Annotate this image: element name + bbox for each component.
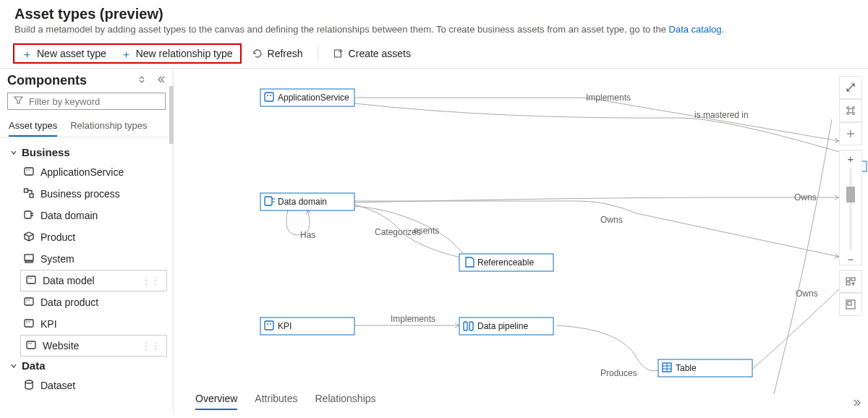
svg-rect-9 <box>25 255 33 260</box>
collapse-left-icon[interactable] <box>156 74 166 87</box>
sidebar-item-website[interactable]: Website⋮⋮ <box>20 335 167 357</box>
node-data-domain[interactable]: Data domain <box>260 193 354 210</box>
expand-panel-icon[interactable] <box>854 398 864 410</box>
node-kpi[interactable]: KPI <box>260 317 354 335</box>
svg-rect-55 <box>846 278 850 281</box>
svg-point-27 <box>270 95 271 96</box>
tab-relationships[interactable]: Relationships <box>315 388 376 410</box>
highlight-box: ＋ New asset type ＋ New relationship type <box>13 43 242 64</box>
svg-rect-59 <box>848 302 851 305</box>
refresh-icon <box>252 48 263 59</box>
edge-owns: Owns <box>794 192 817 202</box>
add-node-button[interactable] <box>839 122 862 145</box>
domain-icon <box>23 209 35 223</box>
refresh-button[interactable]: Refresh <box>244 45 310 62</box>
new-relationship-type-label: New relationship type <box>136 48 233 59</box>
sidebar-item-applicationservice[interactable]: ApplicationService <box>0 161 173 183</box>
new-asset-type-label: New asset type <box>37 48 106 59</box>
list-item-label: KPI <box>41 318 57 330</box>
svg-point-39 <box>270 323 271 325</box>
list-item-label: Product <box>41 231 75 243</box>
dataset-icon <box>23 379 35 393</box>
svg-rect-10 <box>25 261 33 263</box>
svg-point-4 <box>26 169 27 171</box>
auto-layout-button[interactable] <box>839 270 862 293</box>
zoom-in-icon[interactable]: + <box>848 153 854 164</box>
group-business[interactable]: Business <box>0 143 173 161</box>
zoom-slider[interactable]: + − <box>839 150 862 265</box>
node-referenceable[interactable]: Referenceable <box>459 254 553 271</box>
cube-icon <box>23 231 35 244</box>
canvas-tools: + − <box>839 76 862 316</box>
sidebar: Components Asset types Relationship type… <box>0 69 174 414</box>
detail-tabs: Overview Attributes Relationships <box>195 388 376 410</box>
caret-down-icon <box>10 362 17 370</box>
components-header: Components <box>0 72 173 91</box>
zoom-out-icon[interactable]: − <box>848 254 854 265</box>
svg-point-21 <box>28 343 30 344</box>
create-assets-button[interactable]: Create assets <box>326 45 418 62</box>
app-icon <box>23 296 35 310</box>
plus-icon: ＋ <box>121 48 132 59</box>
toolbar-divider <box>318 46 318 61</box>
canvas[interactable]: Implements is mastered in Owns Owns Has … <box>174 69 868 414</box>
sidebar-item-system[interactable]: System <box>0 248 173 270</box>
fit-to-screen-button[interactable] <box>839 99 862 122</box>
list-item-label: System <box>41 253 75 265</box>
list-item-label: ApplicationService <box>41 166 124 178</box>
page-subtitle-text: Build a metamodel by adding asset types … <box>14 24 669 35</box>
node-table[interactable]: Table <box>658 359 752 377</box>
filter-input[interactable] <box>27 95 159 108</box>
svg-rect-6 <box>25 189 28 192</box>
sidebar-item-data-domain[interactable]: Data domain <box>0 205 173 226</box>
sidebar-item-data-model[interactable]: Data model⋮⋮ <box>20 270 167 291</box>
grip-icon[interactable]: ⋮⋮ <box>142 341 161 351</box>
tab-overview[interactable]: Overview <box>195 388 237 410</box>
group-data-label: Data <box>22 359 46 372</box>
sidebar-item-data-product[interactable]: Data product <box>0 291 173 313</box>
svg-rect-8 <box>25 211 31 218</box>
tab-attributes[interactable]: Attributes <box>255 388 297 410</box>
svg-point-23 <box>25 380 33 383</box>
svg-rect-7 <box>30 194 33 197</box>
sidebar-item-kpi[interactable]: KPI <box>0 313 173 335</box>
fullscreen-button[interactable] <box>839 76 862 99</box>
node-applicationservice[interactable]: ApplicationService <box>260 89 354 106</box>
zoom-thumb[interactable] <box>846 187 855 202</box>
system-icon <box>23 252 35 266</box>
svg-point-16 <box>28 299 30 301</box>
data-catalog-link[interactable]: Data catalog <box>669 24 722 35</box>
sidebar-item-product[interactable]: Product <box>0 226 173 248</box>
new-asset-type-button[interactable]: ＋ New asset type <box>14 45 114 62</box>
page-subtitle: Build a metamodel by adding asset types … <box>14 24 854 35</box>
svg-point-12 <box>28 278 30 279</box>
svg-rect-11 <box>27 276 35 283</box>
sidebar-item-dataset[interactable]: Dataset <box>0 375 173 396</box>
edge-implements: Implements <box>586 93 631 103</box>
edge-owns: Owns <box>796 289 818 299</box>
node-data-pipeline[interactable]: Data pipeline <box>459 317 553 335</box>
components-title: Components <box>7 73 87 88</box>
tab-asset-types[interactable]: Asset types <box>9 114 57 137</box>
svg-point-22 <box>30 343 32 344</box>
sidebar-item-business-process[interactable]: Business process <box>0 183 173 205</box>
svg-point-13 <box>30 278 32 279</box>
svg-rect-52 <box>848 108 853 113</box>
chevron-up-down-icon[interactable] <box>137 74 147 87</box>
svg-point-15 <box>26 299 27 301</box>
edge-is-mastered-in: is mastered in <box>694 110 749 120</box>
group-data[interactable]: Data <box>0 357 173 375</box>
list-item-label: Website <box>43 340 79 351</box>
svg-rect-3 <box>25 168 33 175</box>
svg-text:ApplicationService: ApplicationService <box>278 93 349 103</box>
new-relationship-type-button[interactable]: ＋ New relationship type <box>114 45 240 62</box>
filter-box[interactable] <box>7 93 166 110</box>
grip-icon[interactable]: ⋮⋮ <box>142 276 161 286</box>
svg-point-19 <box>28 321 30 323</box>
edge-produces: Produces <box>600 368 637 378</box>
group-business-label: Business <box>22 146 70 158</box>
minimap-button[interactable] <box>839 293 862 316</box>
tab-relationship-types[interactable]: Relationship types <box>70 114 147 137</box>
create-assets-label: Create assets <box>349 48 411 59</box>
list-item-label: Data domain <box>41 210 98 221</box>
